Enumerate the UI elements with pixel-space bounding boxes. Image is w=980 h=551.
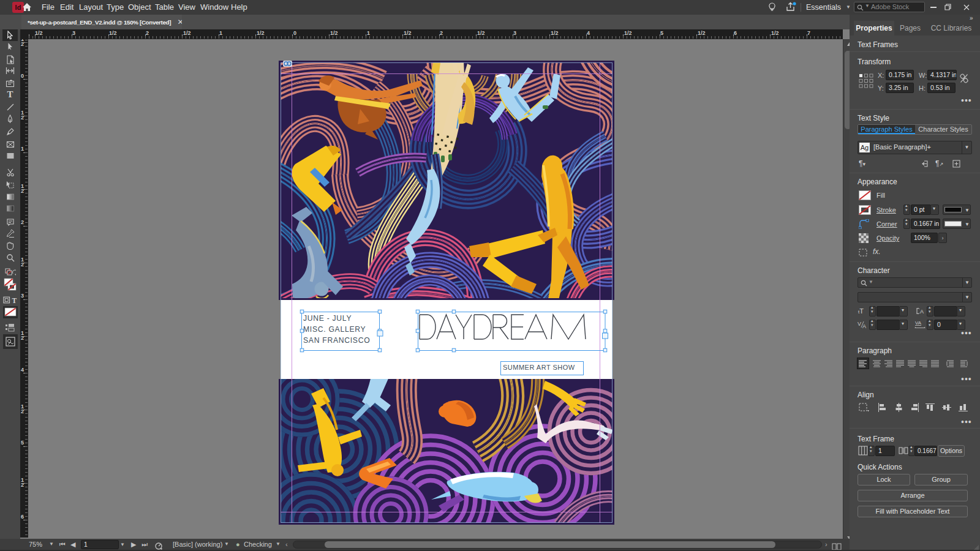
svg-text:SUMMER ART SHOW: SUMMER ART SHOW: [503, 364, 575, 371]
svg-text:MISC. GALLERY: MISC. GALLERY: [303, 325, 366, 334]
svg-text:A: A: [920, 309, 924, 315]
svg-text:VA: VA: [915, 320, 922, 326]
svg-text:T: T: [12, 297, 17, 304]
svg-text:JUNE - JULY: JUNE - JULY: [303, 314, 352, 323]
svg-text:SAN FRANCISCO: SAN FRANCISCO: [303, 336, 370, 345]
svg-text:A: A: [862, 323, 866, 329]
svg-text:V: V: [858, 321, 861, 327]
